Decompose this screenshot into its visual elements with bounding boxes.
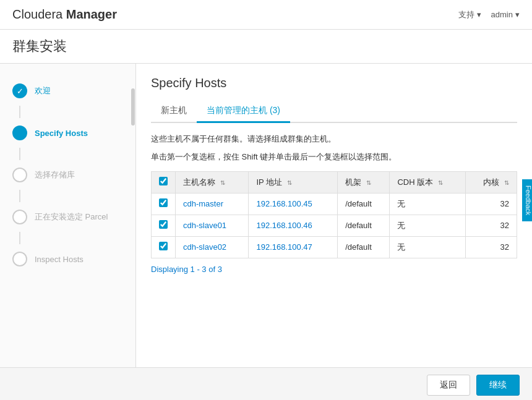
row-hostname-1: cdh-slave01	[176, 215, 249, 236]
back-button[interactable]: 返回	[427, 375, 470, 396]
step-circle-specify-hosts	[12, 126, 27, 140]
select-all-checkbox[interactable]	[159, 177, 168, 185]
row-cdh-1: 无	[390, 215, 466, 236]
support-menu[interactable]: 支持 ▾	[458, 9, 481, 20]
page-title: 群集安装	[12, 37, 520, 56]
th-ip[interactable]: IP 地址 ⇅	[249, 171, 338, 193]
logo-cloudera: Cloudera	[12, 7, 62, 21]
sidebar-connector-1	[19, 106, 20, 118]
desc-text-2: 单击第一个复选框，按住 Shift 键并单击最后一个复选框以选择范围。	[151, 151, 517, 164]
th-cores-label: 内核	[483, 177, 499, 187]
row-cores-0: 32	[465, 193, 517, 215]
chevron-down-icon: ▾	[477, 10, 481, 19]
sidebar-item-install-parcel: 正在安装选定 Parcel	[0, 202, 135, 232]
row-checkbox-cell	[152, 215, 176, 236]
admin-menu[interactable]: admin ▾	[491, 9, 520, 20]
displaying-text: Displaying 1 - 3 of 3	[151, 265, 517, 274]
row-checkbox-0[interactable]	[159, 198, 168, 207]
tab-new-hosts[interactable]: 新主机	[151, 100, 197, 123]
step-circle-install-parcel	[12, 210, 27, 224]
sidebar-item-specify-hosts[interactable]: Specify Hosts	[0, 118, 135, 148]
table-row: cdh-slave01 192.168.100.46 /default 无 32	[152, 215, 517, 236]
row-ip-2: 192.168.100.47	[249, 236, 338, 258]
chevron-down-icon: ▾	[515, 10, 520, 19]
row-hostname-0: cdh-master	[176, 193, 249, 215]
sort-rack-icon: ⇅	[366, 179, 371, 186]
content-title: Specify Hosts	[151, 76, 517, 90]
th-checkbox	[152, 171, 176, 193]
row-hostname-2: cdh-slave02	[176, 236, 249, 258]
footer: 返回 继续	[0, 367, 532, 400]
sidebar-item-select-repo: 选择存储库	[0, 160, 135, 190]
sidebar-item-inspect-hosts: Inspect Hosts	[0, 244, 135, 274]
sort-cores-icon: ⇅	[504, 179, 509, 186]
row-rack-2: /default	[338, 236, 390, 258]
th-rack-label: 机架	[345, 177, 361, 187]
sidebar-item-welcome[interactable]: 欢迎	[0, 76, 135, 106]
feedback-tab[interactable]: Feedback	[522, 179, 532, 221]
row-checkbox-cell	[152, 193, 176, 215]
th-rack[interactable]: 机架 ⇅	[338, 171, 390, 193]
page-title-bar: 群集安装	[0, 30, 532, 64]
row-cdh-2: 无	[390, 236, 466, 258]
logo-manager: Manager	[66, 7, 117, 21]
sidebar-connector-3	[19, 190, 20, 202]
th-cores[interactable]: 内核 ⇅	[465, 171, 517, 193]
th-ip-label: IP 地址	[256, 177, 282, 187]
row-ip-0: 192.168.100.45	[249, 193, 338, 215]
row-ip-1: 192.168.100.46	[249, 215, 338, 236]
row-rack-0: /default	[338, 193, 390, 215]
row-checkbox-2[interactable]	[159, 242, 168, 250]
sort-ip-icon: ⇅	[287, 179, 292, 186]
th-cdh-label: CDH 版本	[397, 177, 433, 187]
step-circle-inspect-hosts	[12, 252, 27, 266]
th-hostname-label: 主机名称	[183, 177, 215, 187]
table-header-row: 主机名称 ⇅ IP 地址 ⇅ 机架 ⇅ CDH 版本 ⇅	[152, 171, 517, 193]
sidebar-label-specify-hosts: Specify Hosts	[35, 129, 88, 138]
row-cdh-0: 无	[390, 193, 466, 215]
sidebar-label-select-repo: 选择存储库	[35, 169, 75, 181]
row-checkbox-1[interactable]	[159, 220, 168, 229]
table-row: cdh-slave02 192.168.100.47 /default 无 32	[152, 236, 517, 258]
step-circle-select-repo	[12, 168, 27, 182]
scroll-thumb	[131, 88, 135, 126]
sidebar: 欢迎 Specify Hosts 选择存储库 正在安装选定 Parcel Ins…	[0, 64, 136, 367]
hosts-table: 主机名称 ⇅ IP 地址 ⇅ 机架 ⇅ CDH 版本 ⇅	[151, 171, 517, 258]
sort-hostname-icon: ⇅	[220, 179, 225, 186]
header: Cloudera Manager 支持 ▾ admin ▾	[0, 0, 532, 30]
sidebar-label-inspect-hosts: Inspect Hosts	[35, 255, 84, 264]
sidebar-connector-2	[19, 148, 20, 160]
tab-managed-hosts[interactable]: 当前管理的主机 (3)	[197, 100, 290, 123]
row-rack-1: /default	[338, 215, 390, 236]
tabs-bar: 新主机 当前管理的主机 (3)	[151, 100, 517, 123]
sidebar-connector-4	[19, 232, 20, 244]
step-circle-welcome	[12, 83, 27, 98]
sidebar-label-welcome: 欢迎	[35, 85, 51, 96]
desc-text-1: 这些主机不属于任何群集。请选择组成群集的主机。	[151, 133, 517, 146]
row-checkbox-cell	[152, 236, 176, 258]
sort-cdh-icon: ⇅	[438, 179, 443, 186]
row-cores-1: 32	[465, 215, 517, 236]
th-cdh[interactable]: CDH 版本 ⇅	[390, 171, 466, 193]
sidebar-scrollbar[interactable]	[131, 64, 135, 367]
continue-button[interactable]: 继续	[476, 375, 520, 396]
content-area: Specify Hosts 新主机 当前管理的主机 (3) 这些主机不属于任何群…	[136, 64, 532, 367]
table-row: cdh-master 192.168.100.45 /default 无 32	[152, 193, 517, 215]
app-logo: Cloudera Manager	[12, 7, 117, 22]
th-hostname[interactable]: 主机名称 ⇅	[176, 171, 249, 193]
main-layout: 欢迎 Specify Hosts 选择存储库 正在安装选定 Parcel Ins…	[0, 64, 532, 367]
sidebar-label-install-parcel: 正在安装选定 Parcel	[35, 211, 108, 223]
header-nav: 支持 ▾ admin ▾	[458, 9, 520, 20]
row-cores-2: 32	[465, 236, 517, 258]
